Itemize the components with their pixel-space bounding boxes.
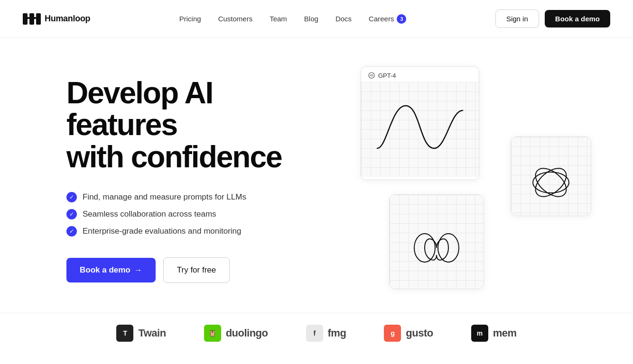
book-demo-hero-button[interactable]: Book a demo → [66,258,156,282]
twain-label: Twain [138,327,166,339]
svg-point-7 [531,163,572,202]
hero-illustration: GPT-4 A Claude [351,66,610,294]
wave-chart [372,91,467,167]
hero-feature-3: ✓ Enterprise-grade evaluations and monit… [66,226,323,237]
duolingo-label: duolingo [226,327,268,339]
svg-rect-2 [36,13,41,25]
nav-link-team[interactable]: Team [270,15,287,23]
svg-rect-3 [25,17,29,19]
fmg-label: fmg [328,327,346,339]
gpt4-card: GPT-4 [361,66,479,180]
svg-rect-4 [32,17,36,19]
nav-item-pricing[interactable]: Pricing [179,15,201,23]
fmg-icon: f [306,325,323,342]
check-icon-3: ✓ [66,226,77,237]
hero-feature-1: ✓ Find, manage and measure prompts for L… [66,192,323,202]
logo-icon [23,13,41,25]
nav-link-customers[interactable]: Customers [218,15,253,23]
svg-point-8 [533,172,569,193]
gemini-visual [410,222,463,274]
gusto-label: gusto [406,327,433,339]
book-demo-nav-button[interactable]: Book a demo [545,10,610,27]
logo-text: Humanloop [45,14,90,24]
gpt4-icon [368,72,375,79]
navigation: Humanloop Pricing Customers Team Blog Do… [0,0,633,38]
nav-actions: Sign in Book a demo [495,9,610,28]
gpt4-label: GPT-4 [361,67,479,82]
nav-item-docs[interactable]: Docs [335,15,352,23]
nav-link-pricing[interactable]: Pricing [179,15,201,23]
logo-twain: T Twain [116,325,166,342]
mem-label: mem [493,327,517,339]
hero-features-list: ✓ Find, manage and measure prompts for L… [66,192,323,237]
svg-point-9 [531,163,572,202]
hero-section: Develop AI features with confidence ✓ Fi… [0,38,633,313]
gusto-icon: g [384,325,401,342]
site-logo[interactable]: Humanloop [23,13,90,25]
hero-title: Develop AI features with confidence [66,77,323,173]
hero-feature-2: ✓ Seamless collaboration across teams [66,209,323,219]
signin-button[interactable]: Sign in [495,9,539,28]
nav-links: Pricing Customers Team Blog Docs Careers… [179,14,407,24]
logo-duolingo: 🦉 duolingo [204,325,268,342]
careers-badge-count: 3 [397,14,406,24]
logo-mem: m mem [471,325,517,342]
nav-link-blog[interactable]: Blog [304,15,318,23]
check-icon-1: ✓ [66,192,77,202]
hero-content: Develop AI features with confidence ✓ Fi… [66,77,323,283]
svg-point-5 [369,73,374,78]
logo-gusto: g gusto [384,325,433,342]
nav-item-careers[interactable]: Careers 3 [369,14,406,24]
nav-item-team[interactable]: Team [270,15,287,23]
mem-icon: m [471,325,488,342]
duolingo-icon: 🦉 [204,325,221,342]
twain-icon: T [116,325,133,342]
nav-link-careers[interactable]: Careers 3 [369,15,406,23]
hero-cta: Book a demo → Try for free [66,257,323,283]
arrow-icon: → [134,265,142,275]
nav-item-customers[interactable]: Customers [218,15,253,23]
nav-item-blog[interactable]: Blog [304,15,318,23]
check-icon-2: ✓ [66,209,77,219]
nav-link-docs[interactable]: Docs [335,15,352,23]
gpt4-body [361,82,479,177]
try-free-button[interactable]: Try for free [163,257,230,283]
logo-fmg: f fmg [306,325,346,342]
gemini-card: G Gemini [389,194,484,289]
gemini-body [390,210,484,286]
claude-visual [525,159,577,206]
logo-bar: T Twain 🦉 duolingo f fmg g gusto m mem [0,313,633,353]
careers-badge-wrap: Careers 3 [369,14,406,24]
claude-card: A Claude [511,136,591,216]
claude-body [511,152,591,213]
